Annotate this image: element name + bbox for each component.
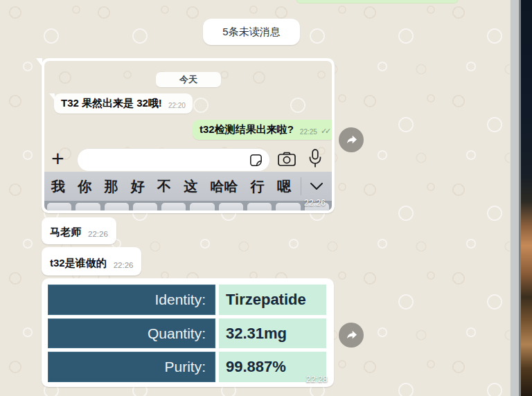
screenshot-incoming-text: T32 果然出来是 32哦! xyxy=(61,97,162,110)
message-timestamp: 22:28 xyxy=(306,375,328,384)
screenshot-outgoing-time: 22:25 xyxy=(300,128,317,136)
keyboard-key xyxy=(76,203,100,210)
predictive-char: 那 xyxy=(105,177,118,196)
message-text: 马老师 xyxy=(50,226,81,239)
predictive-char: 行 xyxy=(251,177,265,196)
table-row: Purity: 99.887% xyxy=(48,352,326,382)
message-timestamp: 22:26 xyxy=(304,198,326,208)
screenshot-incoming-time: 22:20 xyxy=(168,102,186,110)
keyboard-key xyxy=(161,203,186,210)
screenshot-outgoing-text: t32检测结果出来啦? xyxy=(200,123,294,136)
keyboard-key xyxy=(247,203,272,210)
keyboard-key xyxy=(219,203,243,210)
predictive-char: 我 xyxy=(51,177,65,196)
image-message-screenshot[interactable]: 今天 T32 果然出来是 32哦! 22:20 t32检测结果出来啦? 22:2… xyxy=(42,58,335,213)
predictive-char: 哈哈 xyxy=(211,177,238,196)
report-label: Identity: xyxy=(48,285,215,315)
keyboard-key xyxy=(190,203,214,210)
camera-icon xyxy=(277,151,296,168)
text-message: 马老师 22:26 xyxy=(42,217,116,244)
screenshot-date-pill: 今天 xyxy=(156,72,221,87)
keyboard-key xyxy=(47,203,71,210)
report-label: Purity: xyxy=(48,352,215,382)
screenshot-keyboard-row xyxy=(44,201,332,210)
image-message-report[interactable]: Identity: Tirzepatide Quantity: 32.31mg … xyxy=(42,278,334,387)
microphone-icon xyxy=(308,149,322,168)
screenshot-outgoing-bubble: t32检测结果出来啦? 22:25 ✓✓ xyxy=(193,120,332,140)
screenshot-incoming-bubble: T32 果然出来是 32哦! 22:20 xyxy=(54,93,193,114)
report-table: Identity: Tirzepatide Quantity: 32.31mg … xyxy=(44,281,331,384)
keyboard-key xyxy=(133,203,157,210)
sticker-icon xyxy=(248,152,264,168)
report-label: Quantity: xyxy=(48,318,215,349)
report-value: 32.31mg xyxy=(219,318,326,349)
report-value: Tirzepatide xyxy=(219,285,326,315)
screenshot-message-field xyxy=(77,148,270,172)
forward-arrow-icon xyxy=(344,327,359,343)
predictive-char: 你 xyxy=(78,177,91,196)
scrollbar[interactable] xyxy=(510,0,521,396)
double-check-icon: ✓✓ xyxy=(321,127,329,136)
plus-icon: + xyxy=(51,145,64,172)
desktop-wallpaper xyxy=(521,0,532,396)
forward-arrow-icon xyxy=(344,132,359,147)
keyboard-key xyxy=(105,203,129,210)
message-text: t32是谁做的 xyxy=(50,257,107,270)
predictive-char: 不 xyxy=(157,177,171,196)
screenshot-predictive-bar: 我 你 那 好 不 这 哈哈 行 嗯 xyxy=(44,172,332,201)
screenshot-content: 今天 T32 果然出来是 32哦! 22:20 t32检测结果出来啦? 22:2… xyxy=(44,61,332,210)
screenshot-input-bar: + xyxy=(44,147,332,173)
text-message: t32是谁做的 22:26 xyxy=(42,247,141,276)
forward-button[interactable] xyxy=(339,323,364,348)
table-row: Identity: Tirzepatide xyxy=(48,285,326,315)
predictive-char: 这 xyxy=(184,177,197,196)
predictive-suggestions: 我 你 那 好 不 这 哈哈 行 嗯 xyxy=(44,177,301,196)
partial-outgoing-bubble xyxy=(296,0,458,3)
message-timestamp: 22:26 xyxy=(114,261,134,270)
table-row: Quantity: 32.31mg xyxy=(48,318,326,349)
chat-background: 5条未读消息 今天 T32 果然出来是 32哦! 22:20 t32检测结果出来… xyxy=(0,0,510,396)
predictive-char: 嗯 xyxy=(277,177,291,196)
predictive-char: 好 xyxy=(131,177,145,196)
forward-button[interactable] xyxy=(339,127,364,152)
message-timestamp: 22:26 xyxy=(88,230,108,239)
keyboard-key xyxy=(276,203,300,210)
unread-messages-badge[interactable]: 5条未读消息 xyxy=(203,19,300,45)
chevron-down-icon xyxy=(301,181,332,191)
